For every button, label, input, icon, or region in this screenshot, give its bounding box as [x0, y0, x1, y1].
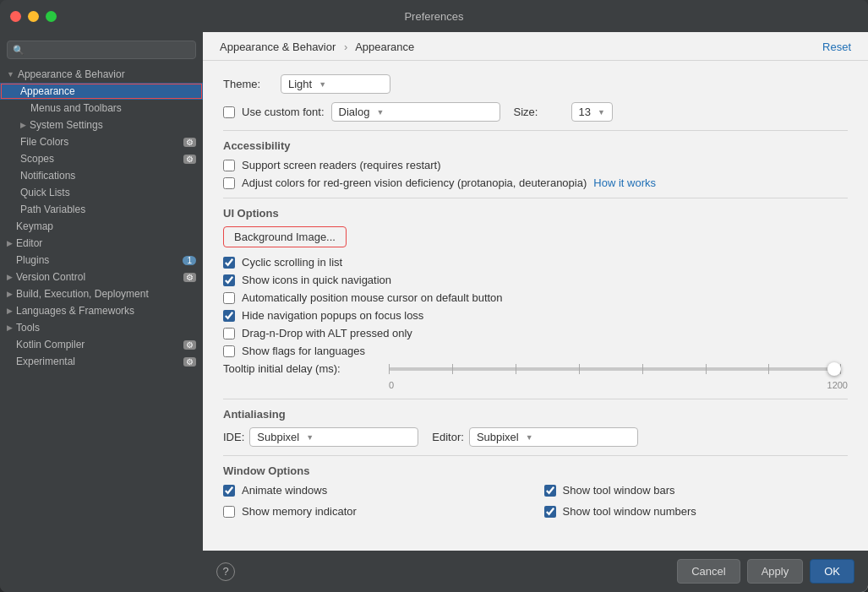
show-icons-quick-nav-checkbox[interactable] — [223, 274, 235, 286]
collapse-icon: ▼ — [7, 70, 14, 79]
slider-min: 0 — [389, 380, 394, 390]
hide-nav-popups-label: Hide navigation popups on focus loss — [242, 309, 423, 322]
search-icon: 🔍 — [13, 45, 25, 56]
sidebar-item-label: Build, Execution, Deployment — [16, 288, 149, 300]
antialiasing-row: IDE: Subpixel ▼ Editor: Subpixel ▼ — [223, 427, 848, 447]
ide-antialias-select[interactable]: Subpixel ▼ — [249, 427, 418, 447]
sidebar-item-system-settings[interactable]: ▶ System Settings — [0, 117, 203, 133]
editor-label: Editor: — [432, 431, 464, 443]
sidebar-item-menus-toolbars[interactable]: Menus and Toolbars — [0, 100, 203, 117]
editor-antialias-select[interactable]: Subpixel ▼ — [469, 427, 638, 447]
chevron-down-icon: ▼ — [526, 433, 533, 442]
show-flags-label: Show flags for languages — [242, 345, 365, 357]
font-select[interactable]: Dialog ▼ — [331, 102, 500, 122]
size-label: Size: — [514, 106, 565, 118]
sidebar-item-label: Plugins — [16, 254, 49, 266]
cyclic-scrolling-checkbox[interactable] — [223, 257, 235, 269]
color-adjust-checkbox[interactable] — [223, 177, 235, 189]
reset-button[interactable]: Reset — [822, 41, 851, 53]
sidebar-item-label: Appearance & Behavior — [18, 68, 125, 80]
tooltip-delay-slider[interactable] — [389, 367, 841, 371]
show-tool-window-numbers-label: Show tool window numbers — [563, 505, 696, 518]
sidebar-item-editor[interactable]: ▶ Editor — [0, 235, 203, 252]
theme-select[interactable]: Light ▼ — [281, 74, 390, 94]
screen-readers-checkbox[interactable] — [223, 160, 235, 171]
close-button[interactable] — [10, 11, 21, 22]
footer: ? Cancel Apply OK — [203, 551, 868, 592]
main-panel: Appearance & Behavior › Appearance Reset… — [203, 32, 868, 592]
apply-button[interactable]: Apply — [747, 559, 804, 584]
show-flags-checkbox[interactable] — [223, 345, 235, 357]
color-adjust-label: Adjust colors for red-green vision defic… — [242, 177, 587, 189]
sidebar-item-plugins[interactable]: ▶ Plugins 1 — [0, 252, 203, 269]
show-icons-quick-nav-label: Show icons in quick navigation — [242, 274, 391, 286]
sidebar-item-experimental[interactable]: ▶ Experimental ⚙ — [0, 353, 203, 370]
ide-label: IDE: — [223, 431, 244, 443]
settings-icon: ⚙ — [183, 357, 196, 367]
sidebar-item-file-colors[interactable]: File Colors ⚙ — [0, 133, 203, 150]
sidebar-item-kotlin[interactable]: ▶ Kotlin Compiler ⚙ — [0, 336, 203, 353]
show-memory-indicator-checkbox[interactable] — [223, 506, 235, 518]
sidebar-item-path-variables[interactable]: Path Variables — [0, 201, 203, 218]
cancel-button[interactable]: Cancel — [677, 559, 740, 584]
settings-icon: ⚙ — [183, 155, 196, 164]
preferences-window: Preferences 🔍 ▼ Appearance & Behavior Ap… — [0, 0, 868, 592]
help-button[interactable]: ? — [216, 562, 235, 581]
theme-row: Theme: Light ▼ — [223, 74, 848, 94]
editor-antialias: Editor: Subpixel ▼ — [432, 427, 638, 447]
settings-icon: ⚙ — [183, 273, 196, 282]
sidebar-item-tools[interactable]: ▶ Tools — [0, 319, 203, 336]
settings-icon: ⚙ — [183, 138, 196, 147]
custom-font-label: Use custom font: — [242, 106, 325, 118]
sidebar-item-quick-lists[interactable]: Quick Lists — [0, 184, 203, 201]
sidebar-item-label: Notifications — [20, 170, 75, 182]
show-tool-window-numbers-checkbox[interactable] — [544, 506, 556, 518]
sidebar-item-label: Version Control — [16, 271, 85, 283]
slider-values: 0 1200 — [389, 380, 848, 390]
minimize-button[interactable] — [28, 11, 39, 22]
show-tool-window-bars-label: Show tool window bars — [563, 484, 675, 497]
expand-icon: ▶ — [20, 121, 26, 129]
sidebar-item-appearance-behavior[interactable]: ▼ Appearance & Behavior — [0, 66, 203, 83]
theme-value: Light — [288, 78, 312, 90]
background-image-button[interactable]: Background Image... — [223, 226, 347, 247]
show-tool-window-bars-row: Show tool window bars — [544, 484, 849, 497]
auto-position-cursor-checkbox[interactable] — [223, 292, 235, 304]
hide-nav-popups-checkbox[interactable] — [223, 310, 235, 322]
titlebar: Preferences — [0, 0, 868, 32]
sidebar-item-scopes[interactable]: Scopes ⚙ — [0, 150, 203, 167]
hide-nav-popups-row: Hide navigation popups on focus loss — [223, 309, 848, 322]
custom-font-checkbox[interactable] — [223, 106, 235, 118]
search-input[interactable] — [28, 44, 190, 56]
slider-thumb[interactable] — [827, 362, 841, 376]
chevron-down-icon: ▼ — [376, 108, 384, 117]
drag-n-drop-alt-label: Drag-n-Drop with ALT pressed only — [242, 327, 412, 339]
sidebar-item-build[interactable]: ▶ Build, Execution, Deployment — [0, 285, 203, 302]
sidebar-item-notifications[interactable]: Notifications — [0, 167, 203, 184]
sidebar-item-appearance[interactable]: Appearance — [0, 83, 203, 100]
traffic-lights — [10, 11, 57, 22]
show-memory-indicator-row: Show memory indicator — [223, 505, 527, 518]
maximize-button[interactable] — [46, 11, 57, 22]
size-select[interactable]: 13 ▼ — [571, 102, 613, 122]
show-flags-row: Show flags for languages — [223, 345, 848, 357]
main-header: Appearance & Behavior › Appearance Reset — [203, 32, 868, 61]
breadcrumb-separator: › — [344, 41, 347, 53]
color-adjust-row: Adjust colors for red-green vision defic… — [223, 177, 848, 189]
auto-position-cursor-label: Automatically position mouse cursor on d… — [242, 291, 503, 304]
ok-button[interactable]: OK — [810, 559, 854, 584]
sidebar-item-languages[interactable]: ▶ Languages & Frameworks — [0, 302, 203, 319]
chevron-down-icon: ▼ — [598, 108, 605, 117]
ui-options-section-title: UI Options — [223, 207, 848, 220]
sidebar-item-label: Menus and Toolbars — [30, 102, 122, 114]
drag-n-drop-alt-checkbox[interactable] — [223, 328, 235, 339]
sidebar-item-version-control[interactable]: ▶ Version Control ⚙ — [0, 269, 203, 285]
sidebar-item-keymap[interactable]: ▶ Keymap — [0, 218, 203, 235]
search-box[interactable]: 🔍 — [7, 41, 196, 59]
animate-windows-row: Animate windows — [223, 484, 527, 497]
sidebar-item-label: Experimental — [16, 356, 75, 367]
how-it-works-link[interactable]: How it works — [593, 177, 656, 189]
show-memory-indicator-label: Show memory indicator — [242, 505, 357, 518]
show-tool-window-bars-checkbox[interactable] — [544, 485, 556, 497]
animate-windows-checkbox[interactable] — [223, 485, 235, 497]
